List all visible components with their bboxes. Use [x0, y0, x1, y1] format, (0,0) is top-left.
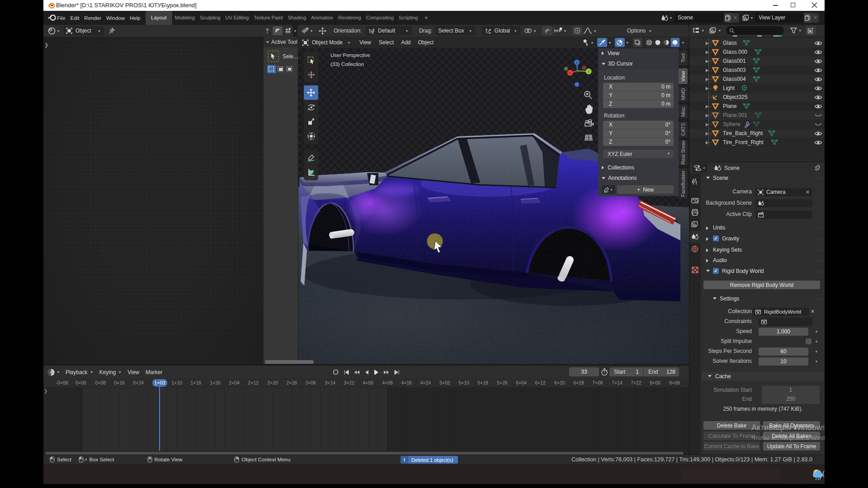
svg-text:(33) Collection: (33) Collection	[330, 61, 364, 67]
svg-text:X: X	[569, 71, 571, 75]
svg-text:User Perspective: User Perspective	[330, 52, 370, 58]
svg-text:Y: Y	[588, 70, 590, 73]
svg-text:Z: Z	[576, 61, 578, 64]
